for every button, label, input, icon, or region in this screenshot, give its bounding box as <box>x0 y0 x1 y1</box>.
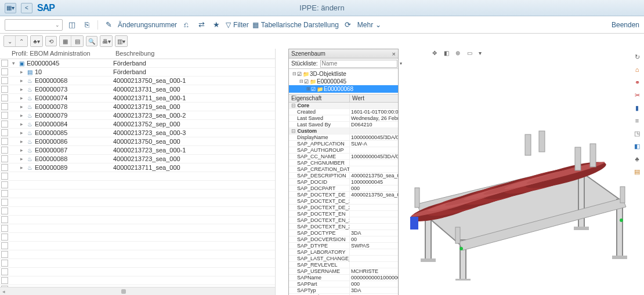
reload-icon[interactable]: ⟲ <box>45 36 57 46</box>
row-checkbox[interactable] <box>1 207 8 214</box>
prop-col-key[interactable]: Eigenschaft <box>289 94 350 102</box>
table-row[interactable]: ▸♨E0000007440000213711_sea_000-1 <box>0 94 275 103</box>
print-icon[interactable]: 🖶▾ <box>100 36 112 46</box>
prop-row[interactable]: DisplayName10000000045/3DA/00/00 <box>289 134 398 141</box>
table-row[interactable]: ▸♨E0000007940000213723_sea_000-2 <box>0 111 275 120</box>
prop-row[interactable]: SAP_DOCVERSION00 <box>289 236 398 243</box>
row-checkbox[interactable] <box>1 225 8 232</box>
prop-row[interactable]: SAP_DOCTEXT_DE40000213750_sea_000-1 <box>289 192 398 198</box>
prop-row[interactable]: SAP_USERNAMEMCHRISTE <box>289 268 398 275</box>
prop-row[interactable]: SAPTyp3DA <box>289 287 398 294</box>
table-row[interactable]: ▸▤10Förderband <box>0 68 275 77</box>
table-row[interactable]: ▸♨E0000008740000213723_sea_000-1 <box>0 146 275 155</box>
tree-toggle[interactable]: ⊟ <box>291 71 297 77</box>
prop-row[interactable]: SAP_LAST_CHANGE_DATE <box>289 256 398 262</box>
row-checkbox[interactable] <box>1 77 8 84</box>
row-checkbox[interactable] <box>1 251 8 258</box>
expand-toggle[interactable]: ▸ <box>19 121 24 127</box>
vp-tool2-icon[interactable]: ◧ <box>444 50 453 58</box>
row-checkbox[interactable] <box>1 94 8 101</box>
expand-all-icon[interactable]: ⌄ <box>4 36 16 46</box>
tree-toggle[interactable]: ⊟ <box>298 79 304 84</box>
prop-group[interactable]: Core <box>289 103 398 109</box>
change-number-link[interactable]: Änderungsnummer <box>118 21 177 29</box>
table-row[interactable]: ▸♨E0000007340000213731_sea_000 <box>0 85 275 94</box>
row-checkbox[interactable] <box>1 190 8 197</box>
row-checkbox[interactable] <box>1 121 8 128</box>
row-checkbox[interactable] <box>1 103 8 110</box>
prop-row[interactable]: SAP_REVLEVEL <box>289 262 398 268</box>
row-checkbox[interactable] <box>1 277 8 284</box>
save-icon[interactable]: ⎘ <box>81 19 93 31</box>
more-menu[interactable]: Mehr⌄ <box>357 21 381 29</box>
prop-row[interactable]: Last SavedWednesday, 26 February <box>289 115 398 122</box>
star-icon[interactable]: ★ <box>211 19 222 31</box>
row-checkbox[interactable] <box>1 268 8 275</box>
prop-row[interactable]: SAP_DOCTEXT_DE_2 <box>289 205 398 211</box>
vp-tool4-icon[interactable]: ▭ <box>467 50 476 58</box>
prop-row[interactable]: SAP_DOCID10000000045 <box>289 179 398 185</box>
panel-close-icon[interactable]: × <box>392 50 396 57</box>
tree-toggle[interactable]: ⊞ <box>305 86 311 92</box>
vp-tool3-icon[interactable]: ⊕ <box>455 50 465 58</box>
refresh-icon[interactable]: ⟳ <box>342 19 354 31</box>
horizontal-scrollbar[interactable]: ◂ <box>0 287 275 295</box>
stueckliste-dropdown-icon[interactable]: ▾ <box>400 61 402 66</box>
prop-row[interactable]: SAP_DOCPART000 <box>289 185 398 192</box>
expand-toggle[interactable]: ▸ <box>19 104 24 110</box>
table-row[interactable]: ▸♨E0000008840000213723_sea_000 <box>0 155 275 163</box>
prop-row[interactable]: SAP_DOCTYPE3DA <box>289 230 398 236</box>
tree2-icon[interactable]: ⇄ <box>196 19 207 31</box>
row-checkbox[interactable] <box>1 181 8 188</box>
prop-col-value[interactable]: Wert <box>350 94 367 102</box>
row-checkbox[interactable] <box>1 155 8 162</box>
row-checkbox[interactable] <box>1 199 8 206</box>
prop-row[interactable]: SAPName000000000010000000 <box>289 275 398 281</box>
collapse-all-icon[interactable]: ⌃ <box>16 36 27 46</box>
table-row[interactable]: ▸♨E0000008940000213711_sea_000 <box>0 163 275 172</box>
row-checkbox[interactable] <box>1 129 8 136</box>
filter-link[interactable]: ▽Filter <box>226 21 249 29</box>
exit-link[interactable]: Beenden <box>612 21 639 29</box>
table-row[interactable]: ▾▣E00000045Förderband <box>0 59 275 68</box>
layout2-icon[interactable]: ▤ <box>71 36 83 46</box>
row-checkbox[interactable] <box>1 86 8 93</box>
expand-toggle[interactable]: ▾ <box>10 60 16 66</box>
layout1-icon[interactable]: ▦ <box>60 36 71 46</box>
expand-toggle[interactable]: ▸ <box>19 95 24 101</box>
row-checkbox[interactable] <box>1 260 8 267</box>
table-row[interactable]: ▸♨E0000008440000213752_sep_000 <box>0 120 275 129</box>
vp-tool1-icon[interactable]: ✥ <box>432 50 442 58</box>
row-checkbox[interactable] <box>1 234 8 241</box>
row-checkbox[interactable] <box>1 173 8 180</box>
row-checkbox[interactable] <box>1 216 8 223</box>
export-icon[interactable]: ▥▾ <box>115 36 127 46</box>
expand-toggle[interactable]: ▸ <box>19 165 24 170</box>
back-button[interactable]: < <box>21 3 32 13</box>
prop-row[interactable]: SAP_CHGNUMBER <box>289 160 398 166</box>
edit-icon[interactable]: ✎ <box>103 19 114 31</box>
prop-row[interactable]: SAP_LABORATORY <box>289 249 398 256</box>
expand-toggle[interactable]: ▸ <box>19 112 24 118</box>
tree-checkbox[interactable]: ☑ <box>297 71 302 77</box>
object-combo[interactable]: ⌄ <box>5 19 63 31</box>
vp-tool5-icon[interactable]: ▾ <box>479 50 488 58</box>
prop-row[interactable]: SAP_DOCTEXT_EN_1 <box>289 217 398 224</box>
prop-row[interactable]: SAP_DTYPESWPAS <box>289 243 398 249</box>
prop-row[interactable]: SAP_AUTHGROUP <box>289 147 398 154</box>
expand-toggle[interactable]: ▸ <box>19 130 24 136</box>
table-row[interactable]: ▸♨E0000007840000213719_sea_000 <box>0 103 275 111</box>
table-row[interactable]: ▸♨E0000008540000213723_sea_000-3 <box>0 129 275 137</box>
row-checkbox[interactable] <box>1 60 8 67</box>
expand-toggle[interactable]: ▸ <box>19 86 24 92</box>
tree-checkbox[interactable]: ☑ <box>311 86 316 92</box>
prop-row[interactable]: SAPPart000 <box>289 281 398 287</box>
row-checkbox[interactable] <box>1 68 8 75</box>
prop-row[interactable]: SAP_DOCTEXT_EN <box>289 211 398 217</box>
row-checkbox[interactable] <box>1 164 8 171</box>
prop-row[interactable]: SAP_DOCTEXT_DE_1 <box>289 198 398 205</box>
tabular-link[interactable]: ▦Tabellarische Darstellung <box>252 21 339 29</box>
table-row[interactable]: ▸♨E0000008640000213750_sea_000 <box>0 137 275 146</box>
search-icon[interactable]: 🔍 <box>86 36 97 46</box>
tree-checkbox[interactable]: ☑ <box>304 79 309 85</box>
